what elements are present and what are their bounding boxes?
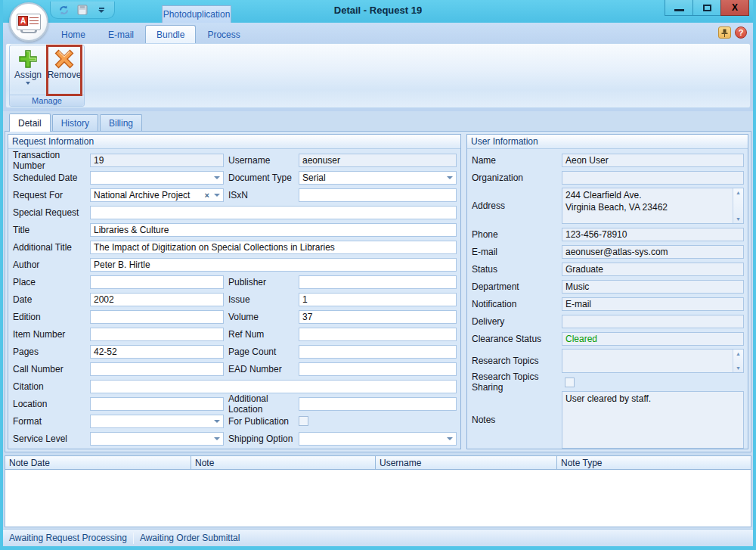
- tab-billing[interactable]: Billing: [100, 114, 142, 131]
- username-field[interactable]: aeonuser: [299, 154, 457, 167]
- minimize-button[interactable]: [665, 0, 693, 16]
- issue-field[interactable]: 1: [299, 293, 457, 306]
- column-header-username[interactable]: Username: [376, 456, 557, 469]
- titlebar[interactable]: Detail - Request 19 Photoduplication X: [3, 0, 753, 23]
- document-type-dropdown[interactable]: Serial: [299, 171, 457, 185]
- department-label: Department: [472, 281, 562, 292]
- issue-label: Issue: [224, 294, 299, 305]
- maximize-button[interactable]: [692, 0, 721, 16]
- remove-button[interactable]: Remove: [46, 45, 82, 95]
- location-label: Location: [13, 399, 90, 409]
- request-for-combo[interactable]: National Archive Project ×: [90, 188, 224, 202]
- field-row: Transaction Number 19 Username aeonuser: [13, 151, 457, 169]
- for-publication-checkbox[interactable]: [299, 416, 308, 426]
- special-request-label: Special Request: [13, 207, 90, 218]
- field-row: Clearance Status Cleared: [472, 330, 744, 347]
- close-button[interactable]: X: [720, 0, 749, 16]
- research-topics-sharing-checkbox[interactable]: [565, 378, 575, 387]
- notes-table: Note Date Note Username Note Type: [5, 455, 751, 527]
- tab-detail[interactable]: Detail: [9, 113, 51, 132]
- address-field[interactable]: 244 Clearfield Ave. Virginia Beach, VA 2…: [562, 188, 744, 224]
- field-row: Organization: [472, 169, 744, 186]
- transaction-number-field[interactable]: 19: [90, 154, 224, 167]
- citation-field[interactable]: [90, 380, 457, 393]
- phone-label: Phone: [472, 229, 562, 240]
- title-field[interactable]: Libraries & Culture: [90, 223, 457, 237]
- scroll-down-icon[interactable]: ▼: [736, 365, 741, 371]
- address-scrollbar[interactable]: ▲ ▼: [733, 188, 743, 223]
- research-topics-label: Research Topics: [472, 356, 562, 366]
- additional-title-field[interactable]: The Impact of Digitization on Special Co…: [90, 241, 457, 254]
- additional-location-field[interactable]: [299, 397, 457, 411]
- item-number-label: Item Number: [13, 329, 90, 340]
- page-count-field[interactable]: [299, 345, 457, 359]
- author-field[interactable]: Peter B. Hirtle: [90, 258, 457, 272]
- tab-email[interactable]: E-mail: [97, 25, 145, 43]
- chevron-down-icon: [98, 5, 105, 14]
- department-field[interactable]: Music: [562, 280, 744, 294]
- scroll-up-icon[interactable]: ▲: [736, 190, 741, 195]
- tab-home[interactable]: Home: [50, 25, 97, 43]
- notes-table-body[interactable]: [5, 470, 751, 527]
- refresh-button[interactable]: [57, 3, 70, 17]
- shipping-option-dropdown[interactable]: [299, 432, 457, 446]
- edition-field[interactable]: [90, 310, 224, 324]
- pin-ribbon-button[interactable]: [718, 26, 731, 39]
- chevron-down-icon[interactable]: [214, 194, 220, 197]
- pages-field[interactable]: 42-52: [90, 345, 224, 359]
- status-field[interactable]: Graduate: [562, 263, 744, 276]
- tab-process[interactable]: Process: [196, 25, 251, 43]
- document-type-label: Document Type: [224, 172, 299, 183]
- scroll-down-icon[interactable]: ▼: [736, 216, 741, 222]
- column-header-note-type[interactable]: Note Type: [557, 456, 751, 469]
- application-menu-button[interactable]: A: [9, 2, 48, 42]
- organization-field[interactable]: [562, 171, 744, 185]
- tab-bundle[interactable]: Bundle: [145, 25, 196, 43]
- call-number-field[interactable]: [90, 362, 224, 376]
- email-field[interactable]: aeonuser@atlas-sys.com: [562, 245, 744, 259]
- location-field[interactable]: [90, 397, 224, 411]
- field-row: Address 244 Clearfield Ave. Virginia Bea…: [472, 186, 744, 225]
- clearance-status-label: Clearance Status: [472, 334, 562, 344]
- ribbon-panel: Assign Remove Manage: [5, 43, 751, 108]
- help-button[interactable]: ?: [735, 26, 747, 39]
- place-label: Place: [13, 277, 90, 287]
- customize-quick-access-button[interactable]: [94, 3, 108, 17]
- service-level-dropdown[interactable]: [90, 432, 224, 446]
- special-request-field[interactable]: [90, 206, 457, 219]
- place-field[interactable]: [90, 275, 224, 289]
- delivery-field[interactable]: [562, 315, 744, 328]
- name-field[interactable]: Aeon User: [562, 154, 744, 167]
- additional-title-label: Additional Title: [13, 242, 90, 253]
- save-button[interactable]: [76, 3, 89, 17]
- edition-label: Edition: [13, 312, 90, 322]
- column-header-note-date[interactable]: Note Date: [5, 456, 191, 469]
- volume-field[interactable]: 37: [299, 310, 457, 324]
- clearance-status-value: Cleared: [565, 334, 597, 344]
- ref-num-field[interactable]: [299, 328, 457, 341]
- format-dropdown[interactable]: [90, 415, 224, 428]
- additional-location-label: Additional Location: [224, 393, 299, 415]
- column-header-note[interactable]: Note: [191, 456, 376, 469]
- clearance-status-field[interactable]: Cleared: [562, 332, 744, 346]
- field-row: Format For Publication: [13, 412, 457, 430]
- ead-number-field[interactable]: [299, 362, 457, 376]
- chevron-down-icon: [447, 176, 453, 179]
- research-topics-scrollbar[interactable]: ▲ ▼: [733, 350, 743, 372]
- research-topics-field[interactable]: ▲ ▼: [562, 349, 744, 373]
- assign-button[interactable]: Assign: [10, 45, 46, 95]
- tab-history[interactable]: History: [52, 114, 98, 131]
- scheduled-date-dropdown[interactable]: [90, 171, 224, 185]
- notes-field[interactable]: User cleared by staff.: [562, 391, 744, 449]
- scroll-up-icon[interactable]: ▲: [736, 351, 741, 356]
- item-number-field[interactable]: [90, 328, 224, 341]
- field-row: Additional Title The Impact of Digitizat…: [13, 238, 457, 256]
- clear-icon[interactable]: ×: [205, 191, 209, 200]
- notification-field[interactable]: E-mail: [562, 297, 744, 311]
- phone-field[interactable]: 123-456-78910: [562, 228, 744, 241]
- date-field[interactable]: 2002: [90, 293, 224, 306]
- isxn-field[interactable]: [299, 188, 457, 202]
- date-label: Date: [13, 294, 90, 305]
- publisher-field[interactable]: [299, 275, 457, 289]
- email-label: E-mail: [472, 247, 562, 257]
